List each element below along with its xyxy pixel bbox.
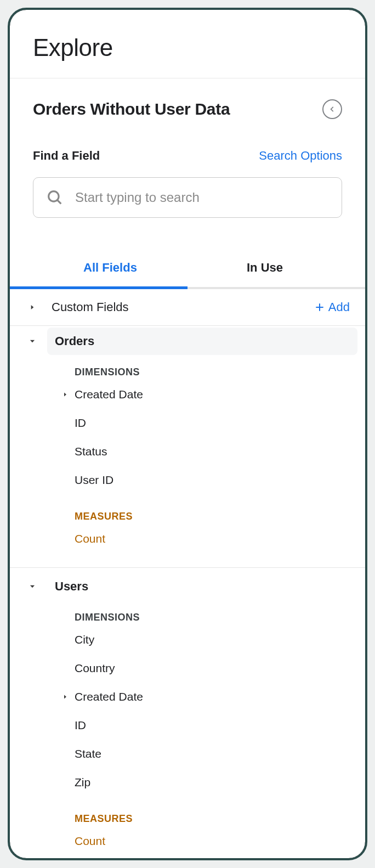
field-orders-count[interactable]: Count: [10, 525, 365, 553]
svg-line-1: [58, 200, 61, 204]
caret-right-icon: [56, 694, 75, 700]
field-label: City: [75, 633, 94, 646]
field-label: Country: [75, 662, 115, 675]
field-label: ID: [75, 416, 86, 430]
measures-label: MEASURES: [10, 797, 365, 827]
field-label: Count: [75, 532, 105, 545]
field-label: Zip: [75, 776, 90, 789]
field-label: Created Date: [75, 690, 143, 703]
tab-all-fields[interactable]: All Fields: [33, 249, 188, 287]
field-label: User ID: [75, 474, 113, 487]
search-icon: [46, 188, 64, 207]
chevron-left-icon: [328, 105, 336, 113]
find-field-label: Find a Field: [33, 149, 100, 163]
custom-fields-row[interactable]: Custom Fields Add: [10, 289, 365, 325]
field-orders-id[interactable]: ID: [10, 409, 365, 437]
svg-marker-7: [30, 585, 35, 588]
custom-fields-label: Custom Fields: [52, 300, 129, 314]
svg-point-0: [49, 191, 59, 201]
add-label: Add: [328, 300, 350, 314]
dimensions-label: DIMENSIONS: [10, 602, 365, 625]
field-label: Count: [75, 835, 105, 848]
search-field[interactable]: [33, 177, 342, 218]
group-header-users[interactable]: Users: [10, 571, 365, 602]
field-users-count[interactable]: Count: [10, 827, 365, 855]
plus-icon: [314, 302, 325, 313]
svg-marker-5: [30, 340, 35, 343]
field-users-id[interactable]: ID: [10, 711, 365, 740]
caret-right-icon: [56, 391, 75, 398]
measures-label: MEASURES: [10, 494, 365, 525]
group-name: Orders: [47, 328, 357, 355]
field-users-state[interactable]: State: [10, 740, 365, 768]
page-title: Explore: [33, 34, 342, 61]
field-users-city[interactable]: City: [10, 625, 365, 654]
field-orders-created-date[interactable]: Created Date: [10, 380, 365, 409]
caret-down-icon: [25, 337, 39, 345]
add-custom-field-button[interactable]: Add: [314, 300, 350, 314]
field-users-zip[interactable]: Zip: [10, 768, 365, 797]
svg-marker-8: [64, 695, 66, 699]
caret-right-icon: [25, 303, 39, 311]
field-label: State: [75, 747, 101, 760]
field-orders-user-id[interactable]: User ID: [10, 466, 365, 494]
svg-marker-6: [64, 393, 66, 397]
panel-title: Orders Without User Data: [33, 100, 230, 119]
field-users-created-date[interactable]: Created Date: [10, 683, 365, 711]
collapse-panel-button[interactable]: [322, 99, 342, 119]
group-name: Users: [47, 573, 357, 600]
search-options-link[interactable]: Search Options: [259, 149, 342, 163]
field-users-country[interactable]: Country: [10, 654, 365, 683]
field-orders-status[interactable]: Status: [10, 437, 365, 466]
tab-underline: [10, 287, 365, 289]
field-label: Status: [75, 445, 107, 458]
field-label: Created Date: [75, 388, 143, 401]
caret-down-icon: [25, 583, 39, 590]
divider: [10, 567, 365, 568]
field-label: ID: [75, 719, 86, 732]
search-input[interactable]: [74, 189, 329, 206]
tab-in-use[interactable]: In Use: [188, 249, 342, 287]
svg-marker-2: [31, 305, 34, 309]
group-header-orders[interactable]: Orders: [10, 326, 365, 357]
dimensions-label: DIMENSIONS: [10, 357, 365, 380]
